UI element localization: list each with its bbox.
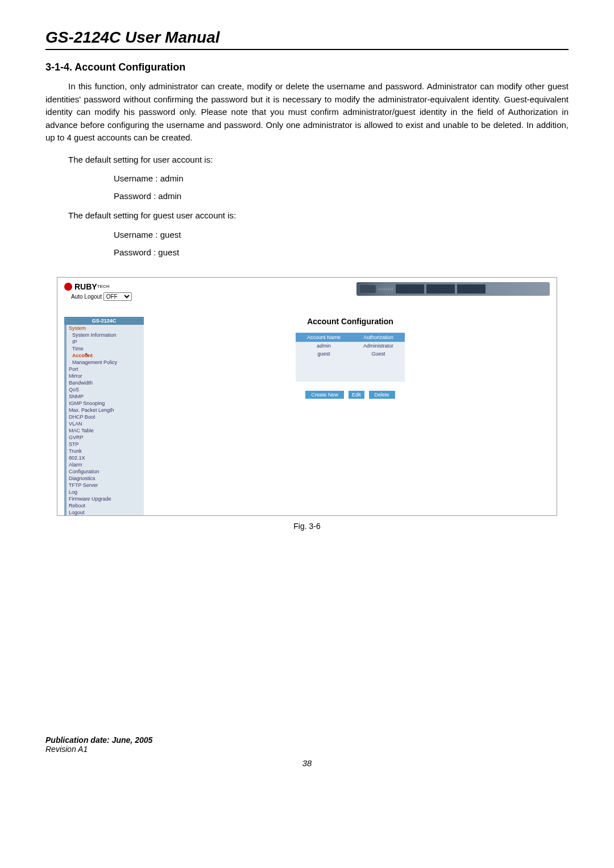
default-guest-label: The default setting for guest user accou… [45, 209, 569, 222]
th-account-name: Account Name [296, 333, 352, 342]
guest-password: Password : guest [114, 245, 569, 260]
sidebar-item-trunk[interactable]: Trunk [64, 448, 144, 454]
switch-panel [360, 285, 376, 293]
ruby-suffix: TECH [97, 284, 110, 289]
sidebar-item-configuration[interactable]: Configuration [64, 468, 144, 475]
auto-logout-select[interactable]: OFF [103, 292, 132, 301]
sidebar-item-account[interactable]: Account [64, 352, 144, 359]
guest-username: Username : guest [114, 227, 569, 242]
footer: Publication date: June, 2005 Revision A1… [45, 735, 569, 768]
table-row[interactable]: guestGuest [296, 350, 405, 358]
port-block-3 [457, 284, 486, 294]
sidebar-item-logout[interactable]: Logout [64, 509, 144, 516]
sidebar-item-snmp[interactable]: SNMP [64, 393, 144, 400]
page-header: GS-2124C User Manual [45, 28, 569, 50]
user-password: Password : admin [114, 188, 569, 204]
sidebar-item-dhcp-boot[interactable]: DHCP Boot [64, 414, 144, 420]
delete-button[interactable]: Delete [369, 391, 395, 399]
edit-button[interactable]: Edit [349, 391, 364, 399]
sidebar-item-max-packet-length[interactable]: Max. Packet Length [64, 407, 144, 414]
main-content: Account Configuration Account Name Autho… [144, 317, 557, 516]
sidebar-item-ip[interactable]: IP [64, 338, 144, 345]
auto-logout: Auto Logout OFF [71, 292, 132, 301]
sidebar-item-tftp-server[interactable]: TFTP Server [64, 482, 144, 489]
sidebar-item-igmp-snooping[interactable]: IGMP Snooping [64, 400, 144, 407]
sidebar-item-bandwidth[interactable]: Bandwidth [64, 379, 144, 386]
port-block-2 [426, 284, 455, 294]
sidebar-item-reboot[interactable]: Reboot [64, 502, 144, 509]
ruby-logo: RUBY TECH [64, 282, 132, 291]
action-buttons: Create New Edit Delete [161, 391, 540, 399]
page-number: 38 [45, 758, 569, 768]
port-block-1 [396, 284, 424, 294]
th-authorization: Authorization [352, 333, 405, 342]
table-row[interactable]: adminAdministrator [296, 342, 405, 350]
section: 3-1-4. Account Configuration In this fun… [45, 61, 569, 260]
screenshot-header: RUBY TECH Auto Logout OFF 11111111 [57, 278, 557, 305]
sidebar-item-stp[interactable]: STP [64, 441, 144, 448]
user-username: Username : admin [114, 171, 569, 186]
account-table: Account Name Authorization adminAdminist… [296, 333, 405, 382]
sidebar-item-log[interactable]: Log [64, 489, 144, 495]
sidebar-item-system-information[interactable]: System Information [64, 332, 144, 338]
sidebar-item-802-1x[interactable]: 802.1X [64, 454, 144, 461]
account-config-title: Account Configuration [161, 317, 540, 326]
section-body: In this function, only administrator can… [45, 80, 569, 144]
sidebar: GS-2124C SystemSystem InformationIPTimeA… [64, 317, 144, 516]
sidebar-item-mac-table[interactable]: MAC Table [64, 427, 144, 434]
sidebar-item-alarm[interactable]: Alarm [64, 461, 144, 468]
sidebar-item-management-policy[interactable]: Management Policy [64, 359, 144, 366]
sidebar-item-diagnostics[interactable]: Diagnostics [64, 475, 144, 482]
table-row-empty [296, 374, 405, 382]
sidebar-item-vlan[interactable]: VLAN [64, 420, 144, 427]
sidebar-title: GS-2124C [64, 317, 144, 325]
ruby-icon [64, 283, 72, 291]
screenshot-body: GS-2124C SystemSystem InformationIPTimeA… [57, 317, 557, 516]
sidebar-item-mirror[interactable]: Mirror [64, 373, 144, 379]
sidebar-item-system[interactable]: System [64, 325, 144, 332]
manual-title: GS-2124C User Manual [45, 28, 569, 50]
figure-caption: Fig. 3-6 [45, 522, 569, 531]
footer-publication: Publication date: June, 2005 [45, 735, 569, 745]
cursor-icon: ↖ [85, 352, 89, 358]
create-new-button[interactable]: Create New [305, 391, 344, 399]
sidebar-item-qos[interactable]: QoS [64, 386, 144, 393]
section-title: 3-1-4. Account Configuration [45, 61, 569, 73]
sidebar-item-gvrp[interactable]: GVRP [64, 434, 144, 441]
cell-account-name: admin [296, 342, 352, 350]
switch-image: 11111111 [356, 282, 550, 296]
sidebar-item-firmware-upgrade[interactable]: Firmware Upgrade [64, 495, 144, 502]
table-row-empty [296, 366, 405, 374]
cell-authorization: Guest [352, 350, 405, 358]
table-row-empty [296, 358, 405, 366]
cell-authorization: Administrator [352, 342, 405, 350]
sidebar-item-time[interactable]: Time [64, 345, 144, 352]
footer-revision: Revision A1 [45, 745, 569, 754]
cell-account-name: guest [296, 350, 352, 358]
ruby-text: RUBY [74, 282, 97, 291]
sidebar-item-port[interactable]: Port [64, 366, 144, 373]
auto-logout-label: Auto Logout [71, 294, 102, 300]
default-user-label: The default setting for user account is: [45, 154, 569, 167]
screenshot: RUBY TECH Auto Logout OFF 11111111 GS-21… [57, 277, 557, 516]
